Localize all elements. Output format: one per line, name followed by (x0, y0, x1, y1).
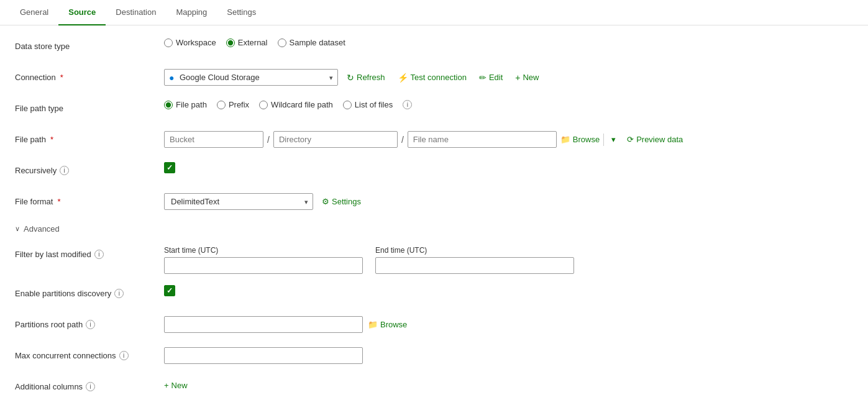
enable-partitions-control (164, 285, 853, 296)
preview-icon: ⟳ (627, 135, 634, 144)
radio-workspace[interactable]: Workspace (164, 38, 216, 47)
radio-wildcard[interactable]: Wildcard file path (259, 100, 333, 109)
recursively-checkbox[interactable] (164, 162, 175, 173)
file-path-type-row: File path type File path Prefix Wildcard… (15, 100, 853, 120)
start-time-label: Start time (UTC) (164, 246, 363, 255)
add-column-button[interactable]: + New (164, 378, 188, 393)
additional-columns-row: Additional columns i + New (15, 378, 853, 398)
end-time-label: End time (UTC) (375, 246, 574, 255)
new-connection-label: New (523, 73, 539, 82)
tab-bar: General Source Destination Mapping Setti… (0, 0, 868, 25)
filter-info-icon: i (94, 250, 104, 259)
filter-last-modified-row: Filter by last modified i Start time (UT… (15, 246, 853, 274)
connection-control: Google Cloud Storage ↻ Refresh ⚡ Test co… (164, 69, 853, 86)
radio-external[interactable]: External (226, 38, 268, 47)
file-format-required: * (57, 197, 60, 206)
partitions-root-path-input[interactable] (164, 316, 363, 333)
datetime-group: Start time (UTC) End time (UTC) (164, 246, 574, 274)
radio-prefix[interactable]: Prefix (217, 100, 249, 109)
file-format-label: File format * (15, 193, 164, 206)
recursively-control (164, 162, 853, 173)
partitions-root-path-row: Partitions root path i 📁 Browse (15, 316, 853, 336)
file-path-label: File path * (15, 131, 164, 144)
radio-wildcard-input[interactable] (259, 101, 268, 109)
file-format-select-wrapper: DelimitedText (164, 193, 313, 210)
connection-select[interactable]: Google Cloud Storage (164, 69, 338, 86)
file-format-select[interactable]: DelimitedText (164, 193, 313, 210)
path-sep-2: / (401, 135, 404, 145)
radio-workspace-label: Workspace (176, 38, 216, 47)
bucket-input[interactable] (164, 131, 263, 148)
radio-sample-input[interactable] (278, 39, 286, 47)
tab-destination[interactable]: Destination (106, 0, 166, 25)
tab-mapping[interactable]: Mapping (166, 0, 217, 25)
radio-prefix-input[interactable] (217, 101, 226, 109)
partitions-root-info-icon: i (86, 320, 95, 329)
file-path-type-label: File path type (15, 100, 164, 113)
filter-last-modified-control: Start time (UTC) End time (UTC) (164, 246, 853, 274)
end-time-item: End time (UTC) (375, 246, 574, 274)
additional-columns-control: + New (164, 378, 853, 393)
tab-source[interactable]: Source (58, 0, 106, 25)
browse-label: Browse (573, 135, 600, 144)
new-connection-button[interactable]: + New (511, 70, 542, 85)
partitions-browse-button[interactable]: 📁 Browse (368, 320, 407, 329)
partitions-checkbox[interactable] (164, 285, 175, 296)
advanced-section[interactable]: ∨ Advanced (15, 224, 853, 234)
chevron-down-icon: ▾ (611, 135, 616, 144)
edit-button[interactable]: ✏ Edit (475, 70, 506, 85)
radio-sample[interactable]: Sample dataset (278, 38, 345, 47)
data-store-type-control: Workspace External Sample dataset (164, 38, 853, 47)
radio-external-input[interactable] (226, 39, 235, 47)
form-content: Data store type Workspace External Sampl… (0, 25, 868, 418)
folder-icon: 📁 (560, 135, 570, 144)
test-connection-button[interactable]: ⚡ Test connection (394, 70, 470, 85)
refresh-button[interactable]: ↻ Refresh (343, 70, 389, 85)
end-time-input[interactable] (375, 257, 574, 274)
file-path-control: / / 📁 Browse ▾ ⟳ Preview data (164, 131, 853, 148)
format-settings-button[interactable]: ⚙ Settings (318, 194, 365, 209)
radio-external-label: External (238, 38, 268, 47)
radio-listfiles-input[interactable] (343, 101, 352, 109)
file-path-required: * (50, 135, 53, 144)
connection-select-wrapper: Google Cloud Storage (164, 69, 338, 86)
file-path-group: / / 📁 Browse ▾ ⟳ Preview data (164, 131, 687, 148)
filename-input[interactable] (408, 131, 557, 148)
advanced-label: Advanced (24, 224, 60, 234)
tab-settings[interactable]: Settings (217, 0, 266, 25)
max-concurrent-input[interactable] (164, 347, 363, 364)
file-path-type-radio-group: File path Prefix Wildcard file path List… (164, 100, 412, 109)
connection-row: Connection * Google Cloud Storage ↻ Refr… (15, 69, 853, 89)
radio-filepath-input[interactable] (164, 101, 173, 109)
chevron-down-button[interactable]: ▾ (608, 132, 619, 147)
recursively-label: Recursively i (15, 162, 164, 175)
directory-input[interactable] (273, 131, 398, 148)
connection-required: * (60, 73, 63, 82)
refresh-icon: ↻ (347, 73, 354, 83)
start-time-input[interactable] (164, 257, 363, 274)
preview-data-button[interactable]: ⟳ Preview data (623, 132, 687, 147)
test-connection-icon: ⚡ (398, 73, 408, 83)
radio-listfiles[interactable]: List of files (343, 100, 393, 109)
radio-listfiles-label: List of files (355, 100, 393, 109)
data-store-type-label: Data store type (15, 38, 164, 51)
radio-wildcard-label: Wildcard file path (271, 100, 333, 109)
file-format-row: File format * DelimitedText ⚙ Settings (15, 193, 853, 213)
enable-partitions-row: Enable partitions discovery i (15, 285, 853, 305)
radio-workspace-input[interactable] (164, 39, 173, 47)
add-column-plus-icon: + (164, 381, 169, 390)
browse-button[interactable]: 📁 Browse (560, 135, 600, 144)
radio-filepath[interactable]: File path (164, 100, 207, 109)
chevron-down-icon: ∨ (15, 225, 20, 233)
additional-columns-info-icon: i (86, 382, 95, 391)
radio-prefix-label: Prefix (229, 100, 249, 109)
radio-filepath-label: File path (176, 100, 207, 109)
partitions-browse-label: Browse (380, 320, 407, 329)
preview-label: Preview data (636, 135, 683, 144)
edit-label: Edit (489, 73, 503, 82)
radio-sample-label: Sample dataset (290, 38, 345, 47)
tab-general[interactable]: General (10, 0, 58, 25)
recursively-row: Recursively i (15, 162, 853, 182)
max-concurrent-info-icon: i (119, 351, 129, 360)
settings-icon: ⚙ (322, 197, 329, 206)
